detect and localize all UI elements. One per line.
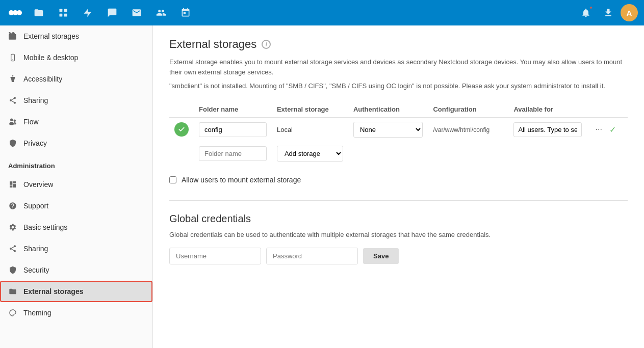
available-for-input[interactable]: [513, 122, 582, 137]
sidebar-item-theming[interactable]: Theming: [0, 302, 152, 324]
sidebar-item-label: Flow: [23, 118, 39, 126]
more-actions-button[interactable]: ···: [592, 123, 605, 136]
sidebar-item-security[interactable]: Security: [0, 259, 152, 281]
svg-rect-3: [60, 9, 63, 12]
new-row-status: [169, 142, 194, 166]
new-folder-cell: [194, 142, 272, 166]
svg-line-19: [12, 249, 14, 251]
external-storage-icon: [8, 32, 17, 41]
description-text: External storage enables you to mount ex…: [169, 57, 628, 77]
sidebar-item-label: Overview: [23, 180, 53, 189]
sidebar-item-external-storages-admin[interactable]: External storages: [0, 281, 152, 302]
confirm-button[interactable]: ✓: [606, 123, 619, 137]
status-success-icon: [174, 122, 189, 137]
row-status-cell: [169, 117, 194, 142]
svg-line-20: [12, 247, 14, 248]
sidebar-item-accessibility[interactable]: Accessibility: [0, 68, 152, 90]
talk-nav-icon[interactable]: [102, 3, 122, 23]
calendar-nav-icon[interactable]: [175, 3, 196, 23]
sidebar-item-label: Support: [23, 202, 48, 210]
security-icon: [8, 265, 17, 275]
new-row-empty: [348, 142, 628, 166]
sidebar-item-sharing-personal[interactable]: Sharing: [0, 90, 152, 111]
svg-point-2: [17, 10, 22, 15]
svg-point-17: [10, 248, 12, 250]
sidebar-item-support[interactable]: Support: [0, 195, 152, 217]
col-header-actions: [587, 101, 628, 118]
username-input[interactable]: [169, 248, 261, 264]
sidebar-item-basic-settings[interactable]: Basic settings: [0, 217, 152, 238]
config-cell: /var/www/html/config: [428, 117, 508, 142]
sidebar-item-external-storages-personal[interactable]: External storages: [0, 25, 152, 47]
add-storage-select[interactable]: Add storage Amazon S3 Dropbox FTP Local …: [277, 146, 343, 162]
password-input[interactable]: [266, 248, 358, 264]
save-button[interactable]: Save: [363, 248, 399, 264]
folder-name-cell: [194, 117, 272, 142]
col-header-status: [169, 101, 194, 118]
new-storage-row: Add storage Amazon S3 Dropbox FTP Local …: [169, 142, 628, 166]
allow-mount-label[interactable]: Allow users to mount external storage: [182, 176, 301, 184]
files-nav-icon[interactable]: [29, 3, 49, 23]
sidebar-item-label: Mobile & desktop: [23, 53, 78, 62]
allow-mount-checkbox[interactable]: [169, 176, 176, 183]
main-layout: External storages Mobile & desktop Acces…: [0, 25, 644, 348]
col-header-folder: Folder name: [194, 101, 272, 118]
auth-select[interactable]: None Username and password Log-in creden…: [353, 122, 423, 138]
mobile-icon: [8, 53, 17, 62]
notifications-button[interactable]: [576, 3, 596, 23]
nextcloud-logo[interactable]: [6, 4, 24, 22]
page-title-row: External storages i: [169, 38, 628, 51]
row-actions: ··· ✓: [592, 123, 623, 137]
actions-cell: ··· ✓: [587, 117, 628, 142]
sidebar-item-flow[interactable]: Flow: [0, 111, 152, 132]
new-folder-input[interactable]: [199, 146, 267, 161]
sidebar-item-label: Security: [23, 266, 49, 274]
user-avatar[interactable]: A: [621, 4, 638, 21]
allow-mount-row: Allow users to mount external storage: [169, 176, 628, 184]
share-icon: [8, 96, 17, 105]
topbar-right: A: [576, 3, 638, 23]
sidebar-item-label: Theming: [23, 309, 51, 317]
col-header-config: Configuration: [428, 101, 508, 118]
privacy-icon: [8, 139, 17, 148]
global-credentials-desc: Global credentials can be used to authen…: [169, 230, 628, 240]
photos-nav-icon[interactable]: [53, 3, 73, 23]
sidebar-item-label: External storages: [23, 287, 84, 296]
svg-point-10: [12, 75, 14, 77]
contacts-nav-icon[interactable]: [151, 3, 171, 23]
sidebar-item-mobile-desktop[interactable]: Mobile & desktop: [0, 47, 152, 68]
table-row: Local None Username and password Log-in …: [169, 117, 628, 142]
external-storage-icon-admin: [8, 287, 17, 296]
col-header-auth: Authentication: [348, 101, 428, 118]
downloads-button[interactable]: [598, 3, 619, 23]
page-title: External storages: [169, 38, 256, 51]
sidebar-item-privacy[interactable]: Privacy: [0, 132, 152, 154]
flow-icon: [8, 117, 17, 126]
theming-icon: [8, 308, 17, 317]
share-icon-admin: [8, 244, 17, 253]
mail-nav-icon[interactable]: [126, 3, 147, 23]
svg-point-11: [14, 97, 16, 99]
section-divider: [169, 200, 628, 201]
info-icon[interactable]: i: [262, 40, 271, 49]
sidebar-item-overview[interactable]: Overview: [0, 174, 152, 195]
content-area: External storages i External storage ena…: [153, 25, 644, 348]
support-icon: [8, 201, 17, 210]
external-storage-cell: Local: [272, 117, 348, 142]
svg-point-12: [10, 99, 12, 101]
folder-name-input[interactable]: [199, 122, 267, 137]
accessibility-icon: [8, 74, 17, 84]
svg-line-15: [12, 98, 14, 100]
svg-rect-5: [60, 14, 63, 17]
sidebar-item-sharing-admin[interactable]: Sharing: [0, 238, 152, 259]
sidebar-item-label: Privacy: [23, 139, 47, 147]
svg-point-13: [14, 102, 16, 104]
svg-rect-4: [64, 9, 67, 12]
config-value: /var/www/html/config: [433, 123, 490, 137]
overview-icon: [8, 180, 17, 189]
svg-marker-7: [84, 9, 92, 17]
auth-cell: None Username and password Log-in creden…: [348, 117, 428, 142]
svg-point-16: [14, 245, 16, 247]
activity-nav-icon[interactable]: [78, 3, 98, 23]
sidebar-item-label: External storages: [23, 32, 79, 40]
